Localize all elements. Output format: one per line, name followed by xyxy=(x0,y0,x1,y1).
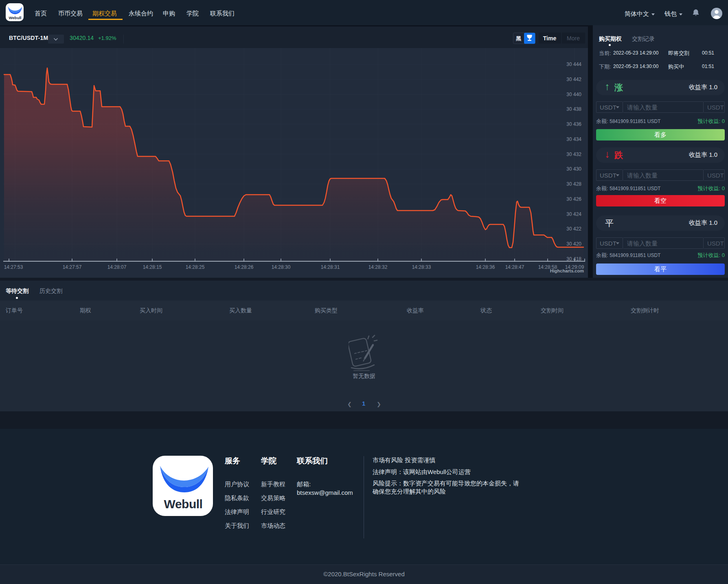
svg-text:30 438: 30 438 xyxy=(566,106,581,112)
svg-text:14:27:53: 14:27:53 xyxy=(4,264,23,270)
svg-text:Webull: Webull xyxy=(9,15,22,20)
svg-text:14:28:31: 14:28:31 xyxy=(321,264,340,270)
svg-text:14:28:26: 14:28:26 xyxy=(235,264,254,270)
svg-text:30 418: 30 418 xyxy=(566,256,581,262)
svg-text:More: More xyxy=(567,35,580,42)
svg-text:14:28:47: 14:28:47 xyxy=(505,264,524,270)
svg-text:Highcharts.com: Highcharts.com xyxy=(550,268,584,273)
svg-text:14:28:36: 14:28:36 xyxy=(476,264,495,270)
svg-text:14:28:15: 14:28:15 xyxy=(143,264,162,270)
svg-text:黑: 黑 xyxy=(516,35,522,42)
svg-text:30 420: 30 420 xyxy=(566,241,581,247)
svg-text:14:28:25: 14:28:25 xyxy=(186,264,205,270)
svg-text:Webull: Webull xyxy=(164,497,203,511)
svg-text:14:28:33: 14:28:33 xyxy=(412,264,431,270)
svg-text:30 428: 30 428 xyxy=(566,181,581,187)
svg-text:30 440: 30 440 xyxy=(566,92,581,97)
svg-text:30 436: 30 436 xyxy=(566,121,581,127)
svg-text:30 424: 30 424 xyxy=(566,211,581,217)
svg-text:30 444: 30 444 xyxy=(566,61,581,67)
svg-text:14:28:32: 14:28:32 xyxy=(368,264,388,270)
svg-text:30 434: 30 434 xyxy=(566,136,581,142)
svg-text:14:28:30: 14:28:30 xyxy=(272,264,291,270)
svg-text:30 426: 30 426 xyxy=(566,196,581,202)
svg-text:Time: Time xyxy=(543,35,557,42)
svg-text:14:28:07: 14:28:07 xyxy=(107,264,127,270)
svg-text:30 422: 30 422 xyxy=(566,226,581,232)
svg-text:30 442: 30 442 xyxy=(566,77,581,82)
svg-text:30 432: 30 432 xyxy=(566,151,581,157)
svg-text:14:27:57: 14:27:57 xyxy=(63,264,82,270)
svg-text:30 430: 30 430 xyxy=(566,166,581,172)
